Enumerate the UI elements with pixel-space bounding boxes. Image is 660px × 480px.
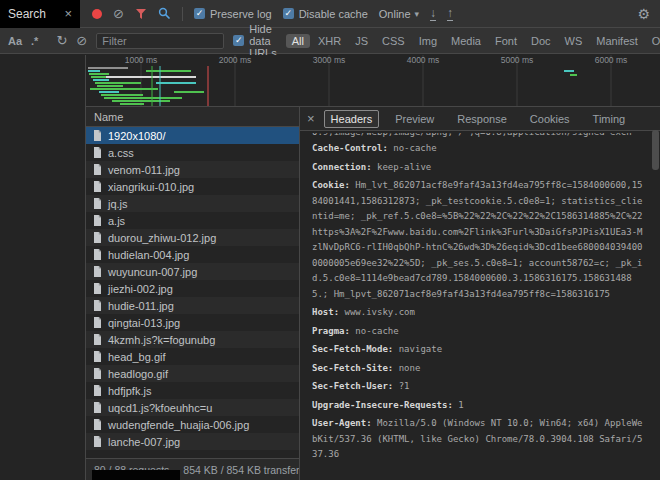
search-drawer-tab[interactable]: Search × <box>0 0 80 28</box>
request-row[interactable]: a.css <box>86 144 299 161</box>
request-row[interactable]: wudengfende_huajia-006.jpg <box>86 416 299 433</box>
file-icon <box>93 351 102 362</box>
request-row[interactable]: lanche-007.jpg <box>86 433 299 450</box>
filter-pill-doc[interactable]: Doc <box>525 34 557 48</box>
filter-pill-manifest[interactable]: Manifest <box>590 34 644 48</box>
settings-gear-icon[interactable]: ⚙ <box>637 7 650 21</box>
clipped-scrolled-line: 0.9,image/webp,image/apng,*/*;q=0.8,appl… <box>312 133 644 141</box>
svg-text:4000 ms: 4000 ms <box>407 55 440 65</box>
file-icon <box>93 317 102 328</box>
filter-pill-img[interactable]: Img <box>413 34 443 48</box>
disable-cache-checkbox[interactable]: Disable cache <box>283 8 368 20</box>
scrollbar-thumb[interactable] <box>652 130 659 170</box>
file-icon <box>93 198 102 209</box>
details-tabs: × HeadersPreviewResponseCookiesTiming <box>300 107 660 131</box>
request-row[interactable]: a.js <box>86 212 299 229</box>
request-row[interactable]: head_bg.gif <box>86 348 299 365</box>
headers-content: 0.9,image/webp,image/apng,*/*;q=0.8,appl… <box>300 131 660 480</box>
file-icon <box>93 232 102 243</box>
checkbox-checked-icon <box>283 8 294 19</box>
tab-preview[interactable]: Preview <box>388 110 441 128</box>
refresh-icon[interactable]: ↻ <box>56 34 67 47</box>
preserve-log-label: Preserve log <box>210 8 272 20</box>
svg-text:6000 ms: 6000 ms <box>595 55 628 65</box>
clear-search-icon[interactable]: ⊘ <box>76 34 87 47</box>
request-label: headlogo.gif <box>108 368 168 380</box>
request-label: hudielan-004.jpg <box>108 249 189 261</box>
header-entry: Cache-Control: no-cache <box>312 141 644 157</box>
filter-pill-xhr[interactable]: XHR <box>312 34 347 48</box>
request-row[interactable]: duorou_zhiwu-012.jpg <box>86 229 299 246</box>
black-box <box>92 470 180 480</box>
match-case-icon[interactable]: Aa <box>8 35 22 47</box>
preserve-log-checkbox[interactable]: Preserve log <box>194 8 272 20</box>
request-row[interactable]: 1920x1080/ <box>86 127 299 144</box>
request-row[interactable]: wuyuncun-007.jpg <box>86 263 299 280</box>
filter-pills: AllXHRJSCSSImgMediaFontDocWSManifestOthe… <box>286 34 660 48</box>
filter-pill-ws[interactable]: WS <box>559 34 589 48</box>
request-row[interactable]: uqcd1.js?kfoeuhhc=u <box>86 399 299 416</box>
clear-requests-icon[interactable]: ⊘ <box>113 7 124 20</box>
export-har-icon[interactable]: ↑ <box>447 7 453 21</box>
chevron-down-icon: ▾ <box>415 9 420 19</box>
request-label: venom-011.jpg <box>108 164 180 176</box>
tab-timing[interactable]: Timing <box>586 110 633 128</box>
filter-bar: Aa .* ↻ ⊘ Hide data URLs AllXHRJSCSSImgM… <box>0 28 660 54</box>
tab-response[interactable]: Response <box>450 110 514 128</box>
filter-pill-media[interactable]: Media <box>445 34 487 48</box>
search-results-area <box>0 55 85 480</box>
request-label: head_bg.gif <box>108 351 166 363</box>
hide-data-urls-checkbox[interactable]: Hide data URLs <box>233 23 277 59</box>
request-details-panel: × HeadersPreviewResponseCookiesTiming 0.… <box>300 107 660 480</box>
request-row[interactable]: hdfjpfk.js <box>86 382 299 399</box>
file-icon <box>93 147 102 158</box>
devtools-window: Search × ⊘ Preserve log Disable cache <box>0 0 660 480</box>
request-label: duorou_zhiwu-012.jpg <box>108 232 216 244</box>
file-icon <box>93 130 102 141</box>
filter-pill-all[interactable]: All <box>286 34 310 48</box>
request-row[interactable]: jiezhi-002.jpg <box>86 280 299 297</box>
header-entry: Sec-Fetch-Mode: navigate <box>312 342 644 358</box>
svg-text:1000 ms: 1000 ms <box>125 55 158 65</box>
import-har-icon[interactable]: ↓ <box>430 7 436 21</box>
close-details-icon[interactable]: × <box>307 112 315 125</box>
tab-headers[interactable]: Headers <box>324 110 380 128</box>
file-icon <box>93 249 102 260</box>
request-label: 4kzmh.js?k=fogunubg <box>108 334 215 346</box>
request-row[interactable]: jq.js <box>86 195 299 212</box>
file-icon <box>93 402 102 413</box>
search-icon[interactable] <box>158 7 171 20</box>
throttling-value: Online <box>379 8 411 20</box>
request-row[interactable]: hudie-011.jpg <box>86 297 299 314</box>
request-row[interactable]: venom-011.jpg <box>86 161 299 178</box>
svg-text:2000 ms: 2000 ms <box>219 55 252 65</box>
tab-cookies[interactable]: Cookies <box>523 110 577 128</box>
regex-icon[interactable]: .* <box>31 35 38 47</box>
request-label: xiangrikui-010.jpg <box>108 181 194 193</box>
filter-funnel-icon[interactable] <box>135 8 147 20</box>
request-row[interactable]: qingtai-013.jpg <box>86 314 299 331</box>
request-row[interactable]: xiangrikui-010.jpg <box>86 178 299 195</box>
close-drawer-icon[interactable]: × <box>64 7 72 20</box>
header-entry: Upgrade-Insecure-Requests: 1 <box>312 398 644 414</box>
transferred-size: 854 KB / 854 KB transferred <box>183 464 299 476</box>
request-label: wudengfende_huajia-006.jpg <box>108 419 249 431</box>
filter-pill-js[interactable]: JS <box>349 34 374 48</box>
network-overview[interactable]: 1000 ms2000 ms3000 ms4000 ms5000 ms6000 … <box>85 55 660 107</box>
hide-data-urls-label: Hide data URLs <box>249 23 277 59</box>
filter-pill-css[interactable]: CSS <box>376 34 411 48</box>
name-column-header[interactable]: Name <box>86 107 299 127</box>
record-button[interactable] <box>92 9 102 19</box>
filter-pill-other[interactable]: Other <box>646 34 660 48</box>
request-list-panel: Name 1920x1080/a.cssvenom-011.jpgxiangri… <box>85 107 300 480</box>
filter-pill-font[interactable]: Font <box>489 34 523 48</box>
request-row[interactable]: hudielan-004.jpg <box>86 246 299 263</box>
filter-input[interactable] <box>96 33 224 49</box>
request-label: hdfjpfk.js <box>108 385 151 397</box>
header-entry: Host: www.ivsky.com <box>312 305 644 321</box>
header-entry: Connection: keep-alive <box>312 160 644 176</box>
throttling-select[interactable]: Online ▾ <box>379 8 419 20</box>
request-row[interactable]: headlogo.gif <box>86 365 299 382</box>
file-icon <box>93 266 102 277</box>
request-row[interactable]: 4kzmh.js?k=fogunubg <box>86 331 299 348</box>
